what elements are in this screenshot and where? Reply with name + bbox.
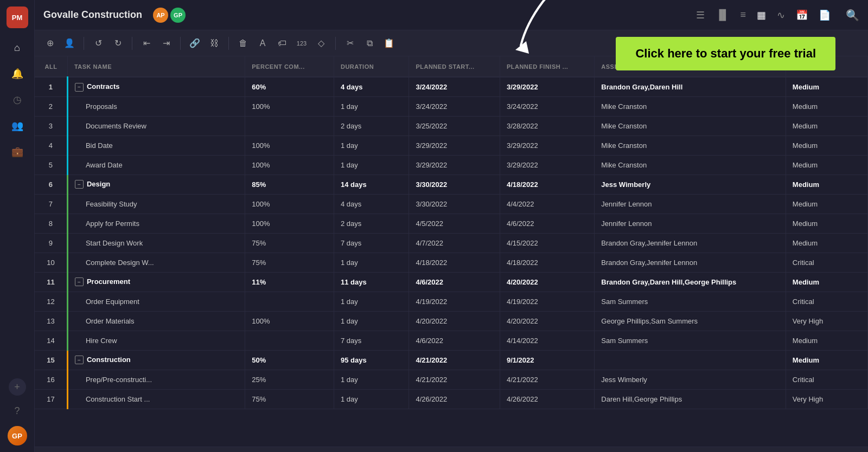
trial-banner[interactable]: Click here to start your free trial <box>616 37 835 70</box>
cell-taskname[interactable]: Documents Review <box>67 116 245 135</box>
table-row[interactable]: 16Prep/Pre-constructi...25%1 day4/21/202… <box>35 370 868 389</box>
indent-button[interactable]: ⇥ <box>157 35 175 52</box>
unlink-button[interactable]: ⛓ <box>206 35 223 52</box>
table-row[interactable]: 14Hire Crew7 days4/6/20224/14/2022Sam Su… <box>35 331 868 350</box>
cell-pstart: 4/21/2022 <box>409 350 500 370</box>
paste-button[interactable]: 📋 <box>380 35 398 52</box>
cell-duration: 1 day <box>334 370 409 389</box>
separator-3 <box>180 37 181 50</box>
table-row[interactable]: 1−Contracts60%4 days3/24/20223/29/2022Br… <box>35 77 868 96</box>
cell-taskname[interactable]: −Contracts <box>67 77 245 96</box>
task-table-wrapper[interactable]: ALL TASK NAME PERCENT COM... DURATION PL… <box>35 56 868 447</box>
table-row[interactable]: 13Order Materials100%1 day4/20/20224/20/… <box>35 311 868 331</box>
cell-taskname[interactable]: Start Design Work <box>67 233 245 253</box>
sidebar-item-clock[interactable]: ◷ <box>7 89 28 111</box>
redo-button[interactable]: ↻ <box>109 35 126 52</box>
sidebar-item-notifications[interactable]: 🔔 <box>7 63 28 85</box>
cell-num: 4 <box>35 135 67 155</box>
table-row[interactable]: 15−Construction50%95 days4/21/20229/1/20… <box>35 350 868 370</box>
cell-taskname[interactable]: Apply for Permits <box>67 214 245 233</box>
table-row[interactable]: 6−Design85%14 days3/30/20224/18/2022Jess… <box>35 175 868 194</box>
cell-num: 7 <box>35 194 67 214</box>
separator-2 <box>132 37 132 50</box>
cell-pstart: 3/30/2022 <box>409 175 500 194</box>
horizontal-scrollbar[interactable] <box>35 447 868 452</box>
cell-percent: 75% <box>245 253 334 272</box>
cell-taskname[interactable]: −Design <box>67 175 245 194</box>
cell-taskname[interactable]: Construction Start ... <box>67 389 245 409</box>
sidebar-item-add[interactable]: + <box>9 378 26 396</box>
user-avatar[interactable]: GP <box>8 426 27 445</box>
link-button[interactable]: 🔗 <box>186 35 203 52</box>
table-row[interactable]: 5Award Date100%1 day3/29/20223/29/2022Mi… <box>35 155 868 175</box>
table-row[interactable]: 3Documents Review2 days3/25/20223/28/202… <box>35 116 868 135</box>
cell-taskname[interactable]: Order Equipment <box>67 292 245 311</box>
file-view-icon[interactable]: 📄 <box>819 9 831 21</box>
cell-taskname[interactable]: Award Date <box>67 155 245 175</box>
col-taskname[interactable]: TASK NAME <box>67 56 245 77</box>
cell-taskname[interactable]: Prep/Pre-constructi... <box>67 370 245 389</box>
copy-button[interactable]: ⧉ <box>361 35 378 52</box>
search-icon[interactable]: 🔍 <box>846 9 859 22</box>
shape-button[interactable]: ◇ <box>312 35 330 52</box>
cell-percent: 100% <box>245 194 334 214</box>
table-row[interactable]: 11−Procurement11%11 days4/6/20224/20/202… <box>35 272 868 292</box>
cell-taskname[interactable]: Complete Design W... <box>67 253 245 272</box>
sidebar-item-help[interactable]: ? <box>7 400 28 422</box>
cell-duration: 11 days <box>334 272 409 292</box>
cell-taskname[interactable]: Order Materials <box>67 311 245 331</box>
table-view-icon[interactable]: ▦ <box>757 9 766 21</box>
table-row[interactable]: 17Construction Start ...75%1 day4/26/202… <box>35 389 868 409</box>
pulse-icon[interactable]: ∿ <box>777 9 785 21</box>
list-view-icon[interactable]: ☰ <box>696 9 705 21</box>
topbar: Govalle Construction AP GP ☰ ▐▌ ≡ ▦ ∿ 📅 … <box>35 0 868 30</box>
cell-pstart: 4/21/2022 <box>409 370 500 389</box>
cell-percent: 100% <box>245 135 334 155</box>
col-all[interactable]: ALL <box>35 56 67 77</box>
delete-button[interactable]: 🗑 <box>234 35 252 52</box>
sidebar-item-briefcase[interactable]: 💼 <box>7 141 28 163</box>
cut-button[interactable]: ✂ <box>341 35 359 52</box>
avatar-ap[interactable]: AP <box>153 8 168 23</box>
number-button[interactable]: 123 <box>293 35 310 52</box>
cell-num: 15 <box>35 350 67 370</box>
table-row[interactable]: 12Order Equipment1 day4/19/20224/19/2022… <box>35 292 868 311</box>
calendar-view-icon[interactable]: 📅 <box>796 9 808 21</box>
cell-taskname[interactable]: Proposals <box>67 96 245 116</box>
cell-priority: Very High <box>786 311 867 331</box>
sidebar-item-users[interactable]: 👥 <box>7 115 28 137</box>
col-duration[interactable]: DURATION <box>334 56 409 77</box>
cell-num: 8 <box>35 214 67 233</box>
col-pfinish[interactable]: PLANNED FINISH ... <box>500 56 594 77</box>
add-user-button[interactable]: 👤 <box>61 35 78 52</box>
cell-num: 1 <box>35 77 67 96</box>
cell-pfinish: 4/18/2022 <box>500 253 594 272</box>
table-row[interactable]: 8Apply for Permits100%2 days4/5/20224/6/… <box>35 214 868 233</box>
cell-taskname[interactable]: Bid Date <box>67 135 245 155</box>
cell-taskname[interactable]: −Procurement <box>67 272 245 292</box>
cell-taskname[interactable]: Hire Crew <box>67 331 245 350</box>
col-percent[interactable]: PERCENT COM... <box>245 56 334 77</box>
cell-assigned: Brandon Gray,Daren Hill,George Phillips <box>595 272 786 292</box>
gantt-view-icon[interactable]: ▐▌ <box>716 9 730 21</box>
cell-priority: Medium <box>786 96 867 116</box>
cell-taskname[interactable]: −Construction <box>67 350 245 370</box>
cell-duration: 1 day <box>334 389 409 409</box>
table-row[interactable]: 9Start Design Work75%7 days4/7/20224/15/… <box>35 233 868 253</box>
cell-taskname[interactable]: Feasibility Study <box>67 194 245 214</box>
outdent-button[interactable]: ⇤ <box>138 35 155 52</box>
col-pstart[interactable]: PLANNED START... <box>409 56 500 77</box>
cell-assigned: Mike Cranston <box>595 135 786 155</box>
undo-button[interactable]: ↺ <box>90 35 107 52</box>
table-row[interactable]: 10Complete Design W...75%1 day4/18/20224… <box>35 253 868 272</box>
sidebar-item-home[interactable]: ⌂ <box>7 37 28 59</box>
table-row[interactable]: 2Proposals100%1 day3/24/20223/24/2022Mik… <box>35 96 868 116</box>
table-row[interactable]: 7Feasibility Study100%4 days3/30/20224/4… <box>35 194 868 214</box>
table-row[interactable]: 4Bid Date100%1 day3/29/20223/29/2022Mike… <box>35 135 868 155</box>
app-logo[interactable]: PM <box>7 7 28 28</box>
tag-button[interactable]: 🏷 <box>273 35 291 52</box>
avatar-gp[interactable]: GP <box>170 8 186 23</box>
text-button[interactable]: A <box>254 35 271 52</box>
add-task-button[interactable]: ⊕ <box>41 35 59 52</box>
filter-icon[interactable]: ≡ <box>740 9 746 21</box>
